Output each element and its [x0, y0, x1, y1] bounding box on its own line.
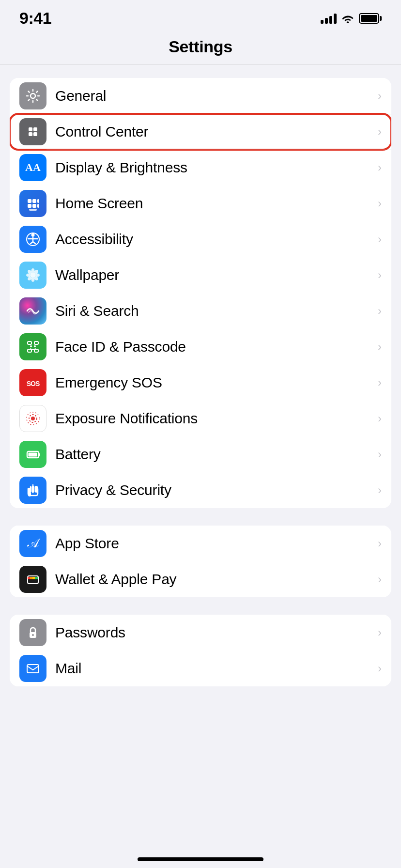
settings-row-accessibility[interactable]: Accessibility › — [10, 221, 391, 257]
control-center-chevron: › — [378, 125, 382, 139]
svg-rect-40 — [35, 486, 38, 493]
svg-rect-8 — [37, 199, 39, 203]
app-store-icon: 𝒜 — [19, 530, 46, 557]
settings-row-exposure[interactable]: Exposure Notifications › — [10, 401, 391, 436]
settings-row-passwords[interactable]: Passwords › — [10, 615, 391, 651]
settings-row-privacy[interactable]: Privacy & Security › — [10, 472, 391, 508]
general-chevron: › — [378, 89, 382, 103]
settings-row-face-id[interactable]: Face ID & Passcode › — [10, 329, 391, 365]
settings-row-app-store[interactable]: 𝒜 App Store › — [10, 526, 391, 561]
control-center-icon — [19, 118, 46, 145]
settings-content: General › Control Center › AA — [0, 64, 401, 700]
settings-group-apps: Passwords › Mail › — [10, 615, 391, 686]
privacy-chevron: › — [378, 483, 382, 497]
mail-chevron: › — [378, 662, 382, 675]
display-label: Display & Brightness — [55, 159, 373, 176]
svg-rect-7 — [32, 199, 36, 203]
display-icon: AA — [19, 154, 46, 181]
svg-rect-9 — [28, 204, 31, 208]
battery-chevron: › — [378, 448, 382, 461]
settings-row-general[interactable]: General › — [10, 78, 391, 114]
svg-text:AA: AA — [25, 161, 41, 173]
home-indicator — [138, 857, 263, 861]
settings-row-battery[interactable]: Battery › — [10, 436, 391, 472]
exposure-label: Exposure Notifications — [55, 410, 373, 427]
signal-icon — [321, 13, 337, 24]
wallet-label: Wallet & Apple Pay — [55, 571, 373, 588]
svg-rect-46 — [30, 577, 32, 579]
svg-rect-26 — [34, 341, 38, 344]
settings-row-control-center[interactable]: Control Center › — [10, 114, 391, 150]
settings-row-siri[interactable]: Siri & Search › — [10, 293, 391, 329]
face-id-label: Face ID & Passcode — [55, 339, 373, 355]
home-screen-chevron: › — [378, 197, 382, 210]
emergency-sos-chevron: › — [378, 376, 382, 389]
svg-point-29 — [30, 345, 32, 347]
svg-rect-10 — [32, 204, 36, 208]
wallet-icon — [19, 566, 46, 593]
home-screen-label: Home Screen — [55, 195, 373, 212]
svg-text:SOS: SOS — [27, 380, 40, 388]
wallpaper-icon — [19, 262, 46, 289]
svg-rect-25 — [28, 341, 31, 344]
svg-rect-27 — [28, 349, 31, 352]
svg-text:𝒜: 𝒜 — [27, 536, 41, 550]
siri-label: Siri & Search — [55, 303, 373, 319]
siri-chevron: › — [378, 304, 382, 318]
wallet-chevron: › — [378, 573, 382, 586]
general-label: General — [55, 88, 373, 104]
general-icon — [19, 82, 46, 109]
battery-settings-icon — [19, 441, 46, 468]
app-store-label: App Store — [55, 535, 373, 552]
passwords-label: Passwords — [55, 624, 373, 641]
svg-point-50 — [32, 634, 34, 636]
svg-rect-36 — [29, 453, 37, 457]
settings-row-display[interactable]: AA Display & Brightness › — [10, 150, 391, 186]
svg-rect-47 — [32, 577, 35, 579]
svg-rect-51 — [27, 665, 39, 673]
status-time: 9:41 — [19, 9, 51, 28]
settings-row-wallet[interactable]: Wallet & Apple Pay › — [10, 561, 391, 597]
svg-rect-37 — [39, 453, 40, 456]
face-id-icon — [19, 333, 46, 360]
svg-rect-41 — [28, 492, 31, 496]
battery-icon — [359, 13, 382, 24]
passwords-chevron: › — [378, 626, 382, 639]
svg-rect-39 — [31, 486, 34, 493]
home-screen-icon — [19, 190, 46, 217]
settings-row-wallpaper[interactable]: Wallpaper › — [10, 257, 391, 293]
svg-rect-28 — [34, 349, 38, 352]
svg-rect-48 — [35, 577, 38, 579]
svg-rect-4 — [33, 132, 37, 136]
svg-rect-6 — [28, 199, 31, 203]
face-id-chevron: › — [378, 340, 382, 354]
svg-point-32 — [31, 417, 35, 420]
settings-row-mail[interactable]: Mail › — [10, 651, 391, 686]
status-icons — [321, 13, 382, 24]
battery-label: Battery — [55, 446, 373, 463]
privacy-icon — [19, 477, 46, 504]
svg-rect-11 — [37, 204, 39, 208]
svg-point-0 — [31, 93, 35, 98]
emergency-sos-label: Emergency SOS — [55, 374, 373, 391]
exposure-chevron: › — [378, 412, 382, 425]
privacy-label: Privacy & Security — [55, 482, 373, 498]
settings-row-emergency-sos[interactable]: SOS Emergency SOS › — [10, 365, 391, 401]
wifi-icon — [341, 14, 354, 23]
mail-icon — [19, 655, 46, 682]
display-chevron: › — [378, 161, 382, 174]
accessibility-label: Accessibility — [55, 231, 373, 248]
svg-point-30 — [34, 345, 36, 347]
svg-rect-3 — [29, 132, 32, 136]
wallpaper-chevron: › — [378, 268, 382, 282]
passwords-icon — [19, 619, 46, 646]
wallpaper-label: Wallpaper — [55, 267, 373, 283]
svg-rect-12 — [29, 209, 37, 211]
svg-rect-2 — [33, 127, 37, 131]
page-title: Settings — [0, 37, 401, 56]
settings-row-home-screen[interactable]: Home Screen › — [10, 186, 391, 221]
emergency-sos-icon: SOS — [19, 369, 46, 396]
settings-group-store: 𝒜 App Store › Wallet & Apple Pay › — [10, 526, 391, 597]
mail-label: Mail — [55, 660, 373, 677]
accessibility-icon — [19, 226, 46, 253]
